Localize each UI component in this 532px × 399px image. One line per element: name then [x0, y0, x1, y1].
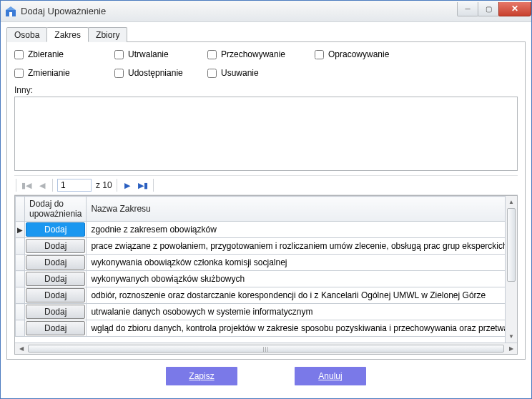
action-cell: Dodaj — [25, 287, 87, 304]
scroll-thumb[interactable] — [507, 208, 516, 282]
page-number-input[interactable] — [57, 179, 92, 192]
checkbox-zbieranie[interactable] — [14, 50, 24, 59]
checkbox-usuwanie[interactable] — [207, 69, 217, 78]
table-row[interactable]: Dodajwykonywania obowiązków członka komi… — [16, 255, 506, 271]
minimize-button[interactable]: ─ — [457, 2, 478, 16]
checkbox-przechowywanie[interactable] — [207, 50, 217, 59]
description-cell: zgodnie z zakresem obowiązków — [87, 222, 505, 238]
footer: Zapisz Anuluj — [6, 360, 526, 393]
horizontal-scrollbar[interactable]: ◀ ▶ — [15, 343, 517, 354]
tab-zbiory[interactable]: Zbiory — [88, 27, 127, 42]
checkbox-zmienianie[interactable] — [14, 69, 24, 78]
last-page-icon[interactable]: ▶▮ — [137, 179, 149, 191]
next-page-icon[interactable]: ▶ — [122, 179, 133, 191]
row-header — [16, 320, 25, 337]
save-button[interactable]: Zapisz — [166, 367, 237, 385]
check-utrwalanie[interactable]: Utrwalanie — [114, 49, 207, 59]
main-window: Dodaj Upoważnienie ─ ▢ ✕ Osoba Zakres Zb… — [0, 0, 532, 399]
action-cell: Dodaj — [25, 320, 87, 337]
description-cell: wgląd do zbioru danych, kontrola projekt… — [87, 320, 505, 337]
maximize-button[interactable]: ▢ — [478, 2, 499, 16]
scroll-right-icon[interactable]: ▶ — [505, 343, 517, 354]
action-cell: Dodaj — [25, 222, 87, 238]
scroll-left-icon[interactable]: ◀ — [15, 343, 27, 354]
row-header — [16, 287, 25, 304]
column-header-add[interactable]: Dodaj do upoważnienia — [25, 197, 87, 222]
pager: ▮◀ ◀ z 10 ▶ ▶▮ — [14, 175, 518, 195]
checkbox-udostepnianie[interactable] — [114, 69, 124, 78]
hscroll-thumb[interactable] — [28, 345, 504, 353]
column-header-name[interactable]: Nazwa Zakresu — [87, 197, 505, 222]
checkbox-grid: Zbieranie Utrwalanie Przechowywanie Opra… — [14, 49, 518, 78]
pager-separator — [153, 179, 154, 192]
row-header — [16, 304, 25, 320]
scroll-down-icon[interactable]: ▼ — [506, 330, 517, 343]
description-cell: wykonywania obowiązków członka komisji s… — [87, 255, 505, 271]
svg-marker-1 — [6, 6, 16, 10]
check-udostepnianie[interactable]: Udostępnianie — [114, 68, 207, 78]
app-icon — [5, 6, 16, 17]
checkbox-opracowywanie[interactable] — [315, 50, 324, 59]
check-usuwanie[interactable]: Usuwanie — [207, 68, 315, 78]
window-title: Dodaj Upoważnienie — [21, 6, 458, 16]
add-button[interactable]: Dodaj — [26, 305, 85, 319]
inny-textarea[interactable] — [14, 97, 518, 171]
table-row[interactable]: Dodajodbiór, roznoszenie oraz dostarczan… — [16, 287, 506, 304]
check-zbieranie[interactable]: Zbieranie — [14, 49, 114, 59]
add-button[interactable]: Dodaj — [26, 272, 85, 286]
tab-strip: Osoba Zakres Zbiory — [6, 26, 526, 42]
table-row[interactable]: Dodajutrwalanie danych osobowych w syste… — [16, 304, 506, 320]
first-page-icon[interactable]: ▮◀ — [21, 179, 32, 191]
tab-zakres[interactable]: Zakres — [46, 27, 89, 42]
page-total-label: z 10 — [96, 180, 112, 190]
close-button[interactable]: ✕ — [498, 2, 531, 16]
row-header: ▶ — [16, 222, 25, 238]
scroll-up-icon[interactable]: ▲ — [506, 196, 517, 208]
action-cell: Dodaj — [25, 238, 87, 255]
tab-osoba[interactable]: Osoba — [6, 27, 47, 42]
window-controls: ─ ▢ ✕ — [458, 2, 531, 18]
content-area: Osoba Zakres Zbiory Zbieranie Utrwalanie… — [1, 22, 531, 398]
action-cell: Dodaj — [25, 304, 87, 320]
cancel-button[interactable]: Anuluj — [295, 367, 366, 385]
row-header — [16, 271, 25, 287]
description-cell: utrwalanie danych osobowych w systemie i… — [87, 304, 505, 320]
table-row[interactable]: Dodajwgląd do zbioru danych, kontrola pr… — [16, 320, 506, 337]
pager-separator — [52, 179, 53, 192]
svg-rect-2 — [9, 12, 12, 16]
inny-label: Inny: — [14, 85, 518, 95]
table-row[interactable]: Dodajwykonywanych obowiązków służbowych — [16, 271, 506, 287]
row-header — [16, 255, 25, 271]
corner-header — [16, 197, 25, 222]
action-cell: Dodaj — [25, 271, 87, 287]
description-cell: odbiór, roznoszenie oraz dostarczanie ko… — [87, 287, 505, 304]
checkbox-utrwalanie[interactable] — [114, 50, 124, 59]
pager-separator — [117, 179, 117, 192]
row-header — [16, 238, 25, 255]
table-row[interactable]: ▶Dodajzgodnie z zakresem obowiązków — [16, 222, 506, 238]
description-cell: prace związane z powołaniem, przygotowan… — [87, 238, 505, 255]
add-button[interactable]: Dodaj — [26, 255, 85, 270]
check-przechowywanie[interactable]: Przechowywanie — [207, 49, 315, 59]
row-pointer-icon: ▶ — [17, 226, 23, 234]
titlebar[interactable]: Dodaj Upoważnienie ─ ▢ ✕ — [1, 1, 531, 22]
pager-separator — [16, 179, 16, 192]
check-opracowywanie[interactable]: Opracowywanie — [315, 49, 429, 59]
check-zmienianie[interactable]: Zmienianie — [14, 68, 114, 78]
add-button[interactable]: Dodaj — [26, 321, 85, 335]
prev-page-icon[interactable]: ◀ — [36, 179, 48, 191]
data-table: Dodaj do upoważnienia Nazwa Zakresu ▶Dod… — [15, 196, 505, 337]
action-cell: Dodaj — [25, 255, 87, 271]
table-row[interactable]: Dodajprace związane z powołaniem, przygo… — [16, 238, 506, 255]
description-cell: wykonywanych obowiązków służbowych — [87, 271, 505, 287]
add-button[interactable]: Dodaj — [26, 222, 85, 237]
data-grid: Dodaj do upoważnienia Nazwa Zakresu ▶Dod… — [14, 195, 518, 355]
add-button[interactable]: Dodaj — [26, 239, 85, 253]
vertical-scrollbar[interactable]: ▲ ▼ — [505, 196, 517, 343]
add-button[interactable]: Dodaj — [26, 288, 85, 302]
tab-body-zakres: Zbieranie Utrwalanie Przechowywanie Opra… — [6, 42, 526, 360]
